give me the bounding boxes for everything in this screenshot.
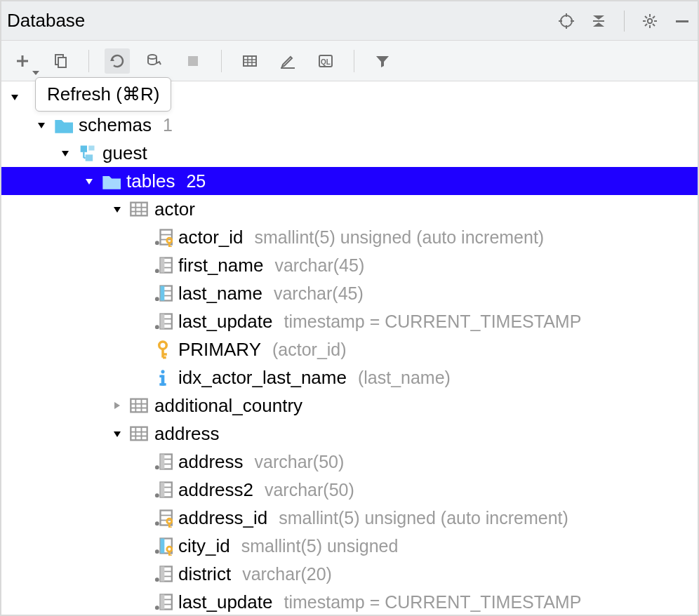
column-icon [153,453,173,470]
toolbar [1,41,698,81]
expand-arrow-icon[interactable] [35,119,48,131]
folder-icon [101,173,121,189]
table-icon [129,425,149,442]
index-detail: (last_name) [358,368,451,388]
table-icon [129,201,149,217]
tree-node-column[interactable]: last_name varchar(45) [1,279,698,307]
database-tree: schemas 1 guest tables 25 actor actor_id… [1,81,698,616]
minimize-icon[interactable] [672,11,692,31]
column-name: last_update [178,591,272,613]
query-console-button[interactable] [313,48,338,74]
expand-arrow-icon[interactable] [111,203,124,215]
node-label: tables [126,170,175,192]
node-label: additional_country [154,395,302,417]
column-name: address2 [178,479,253,501]
expand-arrow-icon[interactable] [83,175,95,187]
node-count: 25 [186,171,206,192]
node-label: schemas [79,114,152,136]
key-column-icon [153,229,173,246]
key-detail: (actor_id) [272,340,347,360]
column-name: address_id [178,507,267,529]
panel-titlebar: Database [1,1,698,41]
column-type: varchar(20) [242,564,332,584]
node-label: actor [154,199,195,220]
add-button[interactable] [10,48,35,74]
tooltip: Refresh (⌘R) [35,77,171,112]
column-type: timestamp = CURRENT_TIMESTAMP [284,592,581,612]
expand-arrow-icon[interactable] [8,91,21,103]
column-icon [153,257,173,274]
target-icon[interactable] [557,11,576,31]
tree-node-tables[interactable]: tables 25 [1,167,698,195]
tree-node-table-additional-country[interactable]: additional_country [1,391,698,420]
tree-node-column[interactable]: address varchar(50) [1,448,698,476]
key-icon [153,341,173,358]
column-type: varchar(50) [265,480,354,500]
schema-icon [77,145,97,161]
column-type: varchar(45) [274,255,364,276]
folder-icon [53,116,73,133]
column-name: address [178,451,244,473]
titlebar-separator [624,11,625,32]
toolbar-separator [221,50,222,72]
tree-node-schemas[interactable]: schemas 1 [1,111,698,139]
column-type: smallint(5) unsigned (auto increment) [255,227,545,248]
tree-node-column[interactable]: address_id smallint(5) unsigned (auto in… [1,504,698,532]
node-label: guest [102,142,147,164]
tree-node-table-actor[interactable]: actor [1,195,698,223]
tree-node-column[interactable]: first_name varchar(45) [1,251,698,279]
column-type: timestamp = CURRENT_TIMESTAMP [284,312,581,332]
column-name: first_name [178,255,263,276]
column-icon [153,481,173,498]
column-icon [153,594,173,610]
key-name: PRIMARY [178,339,261,361]
tree-node-column[interactable]: actor_id smallint(5) unsigned (auto incr… [1,223,698,251]
expand-arrow-icon[interactable] [111,427,124,440]
tree-node-table-address[interactable]: address [1,420,698,448]
toolbar-separator [354,50,354,72]
column-type: smallint(5) unsigned [241,536,399,556]
table-icon [129,397,149,414]
foreign-key-column-icon [153,537,173,554]
sync-button[interactable] [142,48,168,74]
index-icon [153,369,173,386]
column-icon [153,313,173,330]
panel-title: Database [7,10,557,32]
expand-arrow-icon[interactable] [111,399,124,412]
gear-icon[interactable] [640,11,660,31]
collapse-all-icon[interactable] [589,11,608,31]
tree-node-primary-key[interactable]: PRIMARY (actor_id) [1,335,698,363]
indexed-column-icon [153,285,173,302]
edit-button[interactable] [275,48,300,74]
column-name: last_update [178,311,272,333]
stop-button[interactable] [180,48,206,74]
expand-arrow-icon[interactable] [59,147,72,159]
tree-node-column[interactable]: address2 varchar(50) [1,476,698,504]
filter-button[interactable] [370,48,395,74]
node-label: address [154,423,220,445]
toolbar-separator [88,50,89,72]
tree-node-column[interactable]: last_update timestamp = CURRENT_TIMESTAM… [1,307,698,335]
tree-node-schema-guest[interactable]: guest [1,139,698,167]
column-name: actor_id [178,227,244,248]
tree-node-column[interactable]: city_id smallint(5) unsigned [1,532,698,560]
tree-node-index[interactable]: idx_actor_last_name (last_name) [1,363,698,391]
refresh-button[interactable] [105,48,130,74]
duplicate-button[interactable] [48,48,73,74]
index-name: idx_actor_last_name [178,367,347,389]
node-count: 1 [163,115,173,135]
column-name: last_name [178,283,262,304]
column-type: varchar(45) [274,283,364,304]
key-column-icon [153,509,173,526]
tree-node-column[interactable]: last_update timestamp = CURRENT_TIMESTAM… [1,588,698,616]
column-name: city_id [178,535,230,557]
tree-node-column[interactable]: district varchar(20) [1,560,698,588]
column-type: varchar(50) [255,452,345,472]
column-icon [153,565,173,582]
view-data-button[interactable] [237,48,262,74]
column-type: smallint(5) unsigned (auto increment) [279,508,568,528]
column-name: district [178,563,231,585]
